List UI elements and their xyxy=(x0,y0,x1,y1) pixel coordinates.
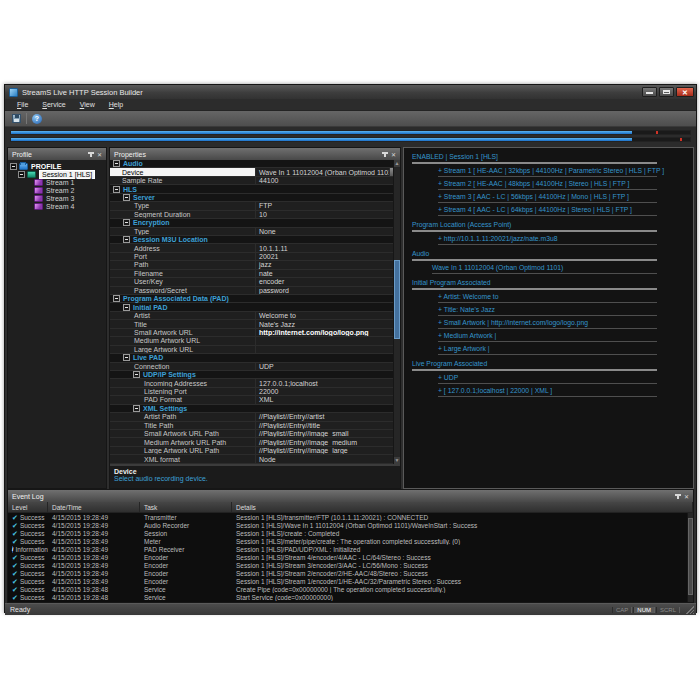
property-category[interactable]: HLS xyxy=(110,185,400,193)
property-row[interactable]: Sample Rate44100 xyxy=(110,177,400,185)
collapse-icon[interactable] xyxy=(113,186,120,193)
collapse-icon[interactable] xyxy=(18,171,25,178)
property-category[interactable]: Live PAD xyxy=(110,354,400,362)
menu-item-help[interactable]: Help xyxy=(102,101,130,108)
log-column-header-details[interactable]: Details xyxy=(232,502,693,512)
property-row[interactable]: TypeFTP xyxy=(110,202,400,210)
property-value[interactable]: password xyxy=(255,287,400,294)
tree-item-stream-4[interactable]: Stream 4 xyxy=(10,202,106,210)
property-row[interactable]: PAD FormatXML xyxy=(110,396,400,404)
close-icon[interactable]: ✕ xyxy=(95,150,104,159)
properties-scrollbar[interactable]: ▲ ▼ xyxy=(393,160,400,464)
log-row[interactable]: ✔Success4/15/2015 19:28:49MeterSession 1… xyxy=(8,537,693,545)
property-value[interactable]: FTP xyxy=(255,202,400,209)
property-value[interactable]: Wave In 1 11012004 (Orban Optimod 1101) xyxy=(255,168,400,175)
property-row[interactable]: XML formatNode xyxy=(110,455,400,463)
property-row[interactable]: TitleNate's Jazz xyxy=(110,320,400,328)
log-row[interactable]: ✔Success4/15/2015 19:28:49EncoderSession… xyxy=(8,553,693,561)
property-value[interactable]: encoder xyxy=(255,278,400,285)
property-value[interactable]: Nate's Jazz xyxy=(255,320,400,327)
property-row[interactable]: Incoming Addresses127.0.0.1;localhost xyxy=(110,379,400,387)
log-row[interactable]: ✔Success4/15/2015 19:28:49TransmitterSes… xyxy=(8,513,693,521)
property-row[interactable]: Address10.1.1.11 xyxy=(110,244,400,252)
log-row[interactable]: ✔Success4/15/2015 19:28:49SessionSession… xyxy=(8,529,693,537)
tree-item-stream-2[interactable]: Stream 2 xyxy=(10,186,106,194)
property-row[interactable]: DeviceWave In 1 11012004 (Orban Optimod … xyxy=(110,168,400,176)
property-row[interactable]: ArtistWelcome to xyxy=(110,312,400,320)
property-value[interactable]: //Playlist//Entry//title xyxy=(255,422,400,429)
scrollbar-thumb[interactable] xyxy=(394,260,400,339)
collapse-icon[interactable] xyxy=(113,160,120,167)
resize-grip[interactable] xyxy=(686,606,694,614)
tree-item-stream-3[interactable]: Stream 3 xyxy=(10,194,106,202)
log-row[interactable]: ✔Success4/15/2015 19:28:48ServiceCreate … xyxy=(8,586,693,594)
menu-item-service[interactable]: Service xyxy=(35,101,72,108)
collapse-icon[interactable] xyxy=(10,163,17,170)
property-row[interactable]: User/Keyencoder xyxy=(110,278,400,286)
property-row[interactable]: Password/Secretpassword xyxy=(110,287,400,295)
log-row[interactable]: ✔Success4/15/2015 19:28:49Audio Recorder… xyxy=(8,521,693,529)
property-value[interactable]: Node xyxy=(255,455,400,462)
collapse-icon[interactable] xyxy=(123,219,130,226)
property-category[interactable]: Program Associated Data (PAD) xyxy=(110,295,400,303)
property-row[interactable]: Small Artwork URLhttp://internet.com/log… xyxy=(110,329,400,337)
pin-icon[interactable] xyxy=(380,150,389,159)
property-category[interactable]: XML Settings xyxy=(110,405,400,413)
property-value[interactable] xyxy=(255,337,400,344)
property-value[interactable]: //Playlist//Entry//image_medium xyxy=(255,438,400,445)
collapse-icon[interactable] xyxy=(133,371,140,378)
property-value[interactable]: //Playlist//Entry//image_large xyxy=(255,447,400,454)
scroll-up-arrow[interactable]: ▲ xyxy=(394,160,400,167)
tree-item-stream-1[interactable]: Stream 1 xyxy=(10,178,106,186)
menu-item-view[interactable]: View xyxy=(73,101,102,108)
property-row[interactable]: Filenamenate xyxy=(110,270,400,278)
property-row[interactable]: Medium Artwork URL Path//Playlist//Entry… xyxy=(110,438,400,446)
property-value[interactable]: 10.1.1.11 xyxy=(255,244,400,251)
property-row[interactable]: Listening Port22000 xyxy=(110,388,400,396)
property-value[interactable]: Welcome to xyxy=(255,312,400,319)
property-row[interactable]: Title Path//Playlist//Entry//title xyxy=(110,422,400,430)
property-row[interactable]: Port20021 xyxy=(110,253,400,261)
close-icon[interactable]: ✕ xyxy=(389,150,398,159)
property-category[interactable]: Audio xyxy=(110,160,400,168)
log-column-header-datetime[interactable]: Date/Time xyxy=(48,502,140,512)
collapse-icon[interactable] xyxy=(123,354,130,361)
property-row[interactable]: Large Artwork URL Path//Playlist//Entry/… xyxy=(110,447,400,455)
property-value[interactable]: 44100 xyxy=(255,177,400,184)
property-row[interactable]: Artist Path//Playlist//Entry//artist xyxy=(110,413,400,421)
property-value[interactable]: 20021 xyxy=(255,253,400,260)
scroll-down-arrow[interactable]: ▼ xyxy=(394,457,400,464)
collapse-icon[interactable] xyxy=(123,236,130,243)
help-button[interactable]: ? xyxy=(30,112,44,125)
property-category[interactable]: Server xyxy=(110,194,400,202)
log-column-header-task[interactable]: Task xyxy=(140,502,232,512)
event-log-scrollbar[interactable] xyxy=(687,513,693,602)
property-row[interactable]: Large Artwork URL xyxy=(110,346,400,354)
log-row[interactable]: ✔Success4/15/2015 19:28:48ServiceStart S… xyxy=(8,594,693,602)
log-row[interactable]: ✔Success4/15/2015 19:28:49EncoderSession… xyxy=(8,578,693,586)
save-button[interactable] xyxy=(9,112,23,125)
property-value[interactable]: 10 xyxy=(255,211,400,218)
log-row[interactable]: iInformation4/15/2015 19:28:49PAD Receiv… xyxy=(8,545,693,553)
property-value[interactable]: XML xyxy=(255,396,400,403)
property-value[interactable]: //Playlist//Entry//image_small xyxy=(255,430,400,437)
property-row[interactable]: TypeNone xyxy=(110,228,400,236)
collapse-icon[interactable] xyxy=(133,405,140,412)
property-row[interactable]: Segment Duration10 xyxy=(110,211,400,219)
property-value[interactable]: jazz xyxy=(255,261,400,268)
close-icon[interactable]: ✕ xyxy=(682,492,691,501)
log-row[interactable]: ✔Success4/15/2015 19:28:49EncoderSession… xyxy=(8,562,693,570)
property-value[interactable]: //Playlist//Entry//artist xyxy=(255,413,400,420)
scrollbar-thumb[interactable] xyxy=(688,518,693,595)
collapse-icon[interactable] xyxy=(123,304,130,311)
property-category[interactable]: Session M3U Location xyxy=(110,236,400,244)
log-row[interactable]: ✔Success4/15/2015 19:28:49EncoderSession… xyxy=(8,570,693,578)
collapse-icon[interactable] xyxy=(113,295,120,302)
property-value[interactable]: None xyxy=(255,228,400,235)
property-value[interactable] xyxy=(255,346,400,353)
pin-icon[interactable] xyxy=(86,150,95,159)
property-row[interactable]: ConnectionUDP xyxy=(110,363,400,371)
property-row[interactable]: Small Artwork URL Path//Playlist//Entry/… xyxy=(110,430,400,438)
property-category[interactable]: Initial PAD xyxy=(110,303,400,311)
collapse-icon[interactable] xyxy=(123,194,130,201)
